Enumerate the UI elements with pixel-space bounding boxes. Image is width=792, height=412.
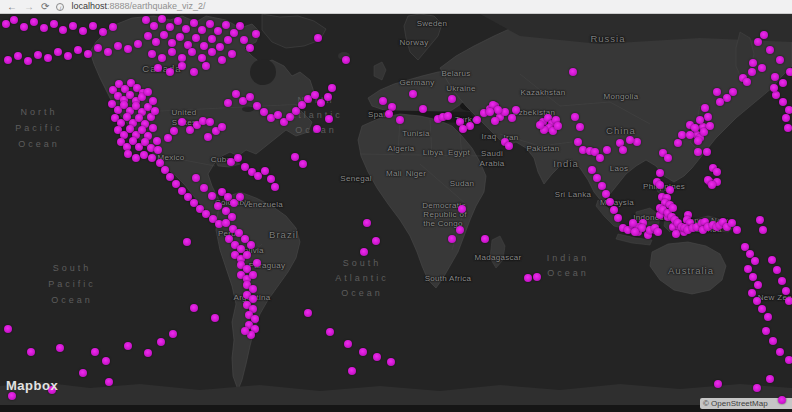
earthquake-dot[interactable] — [192, 174, 200, 182]
earthquake-dot[interactable] — [785, 356, 792, 364]
earthquake-dot[interactable] — [299, 160, 307, 168]
earthquake-dot[interactable] — [596, 154, 604, 162]
earthquake-dot[interactable] — [178, 118, 186, 126]
earthquake-dot[interactable] — [224, 99, 232, 107]
earthquake-dot[interactable] — [664, 154, 672, 162]
earthquake-dot[interactable] — [204, 133, 212, 141]
earthquake-dot[interactable] — [533, 273, 541, 281]
earthquake-dot[interactable] — [631, 228, 639, 236]
earthquake-dot[interactable] — [206, 118, 214, 126]
earthquake-dot[interactable] — [56, 344, 64, 352]
earthquake-dot[interactable] — [14, 52, 22, 60]
earthquake-dot[interactable] — [466, 122, 474, 130]
earthquake-dot[interactable] — [168, 48, 176, 56]
earthquake-dot[interactable] — [606, 198, 614, 206]
earthquake-dot[interactable] — [619, 146, 627, 154]
earthquake-dot[interactable] — [2, 20, 10, 28]
earthquake-dot[interactable] — [629, 219, 637, 227]
earthquake-dot[interactable] — [182, 25, 190, 33]
earthquake-dot[interactable] — [784, 124, 792, 132]
earthquake-dot[interactable] — [512, 106, 520, 114]
earthquake-dot[interactable] — [756, 216, 764, 224]
earthquake-dot[interactable] — [766, 46, 774, 54]
earthquake-dot[interactable] — [704, 113, 712, 121]
earthquake-dot[interactable] — [733, 226, 741, 234]
earthquake-dot[interactable] — [234, 154, 242, 162]
earthquake-dot[interactable] — [198, 54, 206, 62]
earthquake-dot[interactable] — [64, 52, 72, 60]
earthquake-dot[interactable] — [748, 68, 756, 76]
earthquake-dot[interactable] — [786, 68, 792, 76]
earthquake-dot[interactable] — [291, 153, 299, 161]
earthquake-dot[interactable] — [656, 181, 664, 189]
earthquake-dot[interactable] — [694, 137, 702, 145]
mapbox-logo[interactable]: Mapbox — [6, 378, 58, 393]
earthquake-dot[interactable] — [190, 304, 198, 312]
earthquake-dot[interactable] — [409, 90, 417, 98]
earthquake-dot[interactable] — [379, 97, 387, 105]
earthquake-dot[interactable] — [160, 31, 168, 39]
earthquake-dot[interactable] — [603, 146, 611, 154]
earthquake-dot[interactable] — [373, 353, 381, 361]
earthquake-dot[interactable] — [132, 154, 140, 162]
earthquake-dot[interactable] — [768, 256, 776, 264]
earthquake-dot[interactable] — [778, 277, 786, 285]
earthquake-dot[interactable] — [313, 125, 321, 133]
earthquake-dot[interactable] — [776, 348, 784, 356]
earthquake-dot[interactable] — [723, 94, 731, 102]
earthquake-dot[interactable] — [571, 113, 579, 121]
url-field[interactable]: localhost:8888/earthquake_viz_2/ — [71, 2, 205, 11]
earthquake-dot[interactable] — [114, 42, 122, 50]
earthquake-dot[interactable] — [188, 48, 196, 56]
earthquake-dot[interactable] — [448, 95, 456, 103]
earthquake-dot[interactable] — [157, 338, 165, 346]
earthquake-dot[interactable] — [183, 238, 191, 246]
earthquake-dot[interactable] — [779, 79, 787, 87]
earthquake-dot[interactable] — [69, 22, 77, 30]
earthquake-dot[interactable] — [198, 26, 206, 34]
earthquake-dot[interactable] — [174, 17, 182, 25]
earthquake-dot[interactable] — [444, 112, 452, 120]
earthquake-dot[interactable] — [776, 56, 784, 64]
earthquake-dot[interactable] — [764, 313, 772, 321]
earthquake-dot[interactable] — [59, 26, 67, 34]
earthquake-dot[interactable] — [241, 327, 249, 335]
earthquake-dot[interactable] — [54, 48, 62, 56]
earthquake-dot[interactable] — [158, 15, 166, 23]
earthquake-dot[interactable] — [588, 166, 596, 174]
earthquake-dot[interactable] — [20, 23, 28, 31]
earthquake-dot[interactable] — [124, 150, 132, 158]
earthquake-dot[interactable] — [158, 54, 166, 62]
earthquake-dot[interactable] — [714, 380, 722, 388]
earthquake-dot[interactable] — [749, 59, 757, 67]
earthquake-dot[interactable] — [753, 297, 761, 305]
earthquake-dot[interactable] — [8, 392, 16, 400]
back-icon[interactable]: ← — [7, 2, 17, 12]
earthquake-dot[interactable] — [236, 22, 244, 30]
earthquake-dot[interactable] — [50, 20, 58, 28]
earthquake-dot[interactable] — [598, 182, 606, 190]
earthquake-dot[interactable] — [328, 84, 336, 92]
earthquake-dot[interactable] — [686, 131, 694, 139]
earthquake-dot[interactable] — [89, 22, 97, 30]
earthquake-dot[interactable] — [593, 174, 601, 182]
earthquake-dot[interactable] — [448, 235, 456, 243]
earthquake-dot[interactable] — [666, 186, 674, 194]
earthquake-dot[interactable] — [144, 32, 152, 40]
earthquake-dot[interactable] — [228, 50, 236, 58]
earthquake-dot[interactable] — [749, 273, 757, 281]
earthquake-dot[interactable] — [494, 106, 502, 114]
earthquake-dot[interactable] — [387, 358, 395, 366]
earthquake-dot[interactable] — [240, 36, 248, 44]
earthquake-dot[interactable] — [74, 46, 82, 54]
earthquake-dot[interactable] — [247, 241, 255, 249]
earthquake-dot[interactable] — [360, 248, 368, 256]
earthquake-dot[interactable] — [190, 19, 198, 27]
earthquake-dot[interactable] — [236, 193, 244, 201]
earthquake-dot[interactable] — [168, 39, 176, 47]
earthquake-dot[interactable] — [396, 116, 404, 124]
earthquake-dot[interactable] — [614, 214, 622, 222]
earthquake-dot[interactable] — [716, 98, 724, 106]
earthquake-dot[interactable] — [246, 93, 254, 101]
earthquake-dot[interactable] — [576, 123, 584, 131]
